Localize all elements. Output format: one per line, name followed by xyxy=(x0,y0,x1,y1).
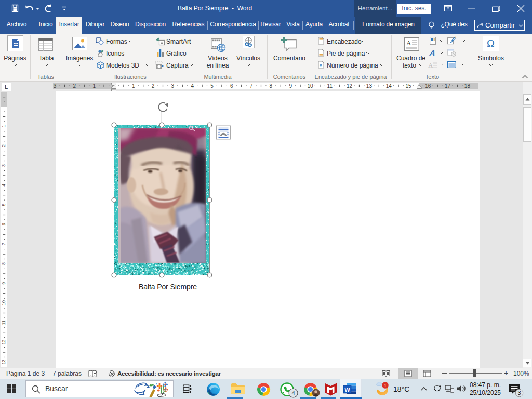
svg-text:10: 10 xyxy=(307,83,313,89)
svg-text:6: 6 xyxy=(230,83,233,89)
svg-text:17: 17 xyxy=(445,83,451,89)
svg-text:16: 16 xyxy=(425,83,431,89)
svg-text:13: 13 xyxy=(366,83,373,89)
svg-text:8: 8 xyxy=(270,83,273,89)
svg-text:12: 12 xyxy=(1,340,6,345)
svg-text:4: 4 xyxy=(191,83,194,89)
svg-text:10: 10 xyxy=(1,300,6,305)
svg-text:3: 3 xyxy=(1,164,6,167)
svg-text:3: 3 xyxy=(517,390,521,396)
svg-text:6: 6 xyxy=(1,223,6,225)
svg-text:4: 4 xyxy=(291,390,295,396)
svg-text:5: 5 xyxy=(1,203,6,206)
svg-text:A: A xyxy=(406,39,411,47)
svg-text:#: # xyxy=(320,63,322,68)
svg-text:8: 8 xyxy=(1,262,6,265)
svg-text:1: 1 xyxy=(92,83,96,89)
svg-text:18: 18 xyxy=(464,83,471,89)
svg-text:9: 9 xyxy=(1,282,6,285)
svg-text:11: 11 xyxy=(1,320,6,325)
svg-text:14: 14 xyxy=(386,83,392,89)
svg-text:3: 3 xyxy=(171,83,175,89)
svg-text:3: 3 xyxy=(54,83,57,89)
svg-text:7: 7 xyxy=(250,83,253,89)
svg-text:5: 5 xyxy=(210,83,214,89)
svg-text:7: 7 xyxy=(1,243,6,245)
svg-text:2: 2 xyxy=(152,83,155,89)
svg-text:2: 2 xyxy=(73,83,76,89)
svg-text:12: 12 xyxy=(347,83,353,89)
svg-text:1: 1 xyxy=(384,383,387,388)
svg-text:4: 4 xyxy=(1,184,6,187)
svg-text:W: W xyxy=(344,387,350,393)
svg-text:2: 2 xyxy=(1,144,6,147)
svg-text:1: 1 xyxy=(132,83,135,89)
svg-text:15: 15 xyxy=(405,83,411,89)
svg-text:Ω: Ω xyxy=(487,38,495,49)
svg-text:1: 1 xyxy=(1,125,6,127)
svg-text:9: 9 xyxy=(289,83,292,89)
svg-text:11: 11 xyxy=(327,83,333,89)
svg-text:13: 13 xyxy=(1,359,6,364)
